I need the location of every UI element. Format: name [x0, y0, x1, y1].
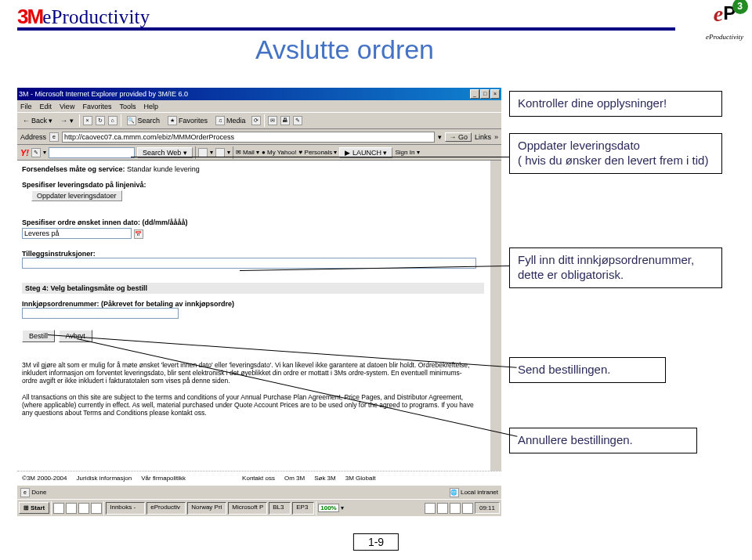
embedded-screenshot: 3M - Microsoft Internet Explorer provide… — [17, 88, 501, 505]
site-footer: ©3M 2000-2004 Juridisk informasjon Vår f… — [17, 471, 501, 485]
media-label: Media — [226, 117, 246, 125]
address-label: Address — [20, 133, 46, 141]
footer-link-about[interactable]: Om 3M — [284, 475, 305, 482]
status-done: Done — [31, 489, 46, 496]
task-app-4[interactable]: BL3 — [269, 502, 291, 515]
links-chevron-icon[interactable]: » — [494, 133, 498, 141]
windows-icon: ⊞ — [24, 504, 29, 511]
media-icon: ♫ — [215, 116, 225, 125]
yahoo-icon2[interactable] — [215, 148, 225, 157]
menu-tools[interactable]: Tools — [119, 103, 136, 110]
menu-help[interactable]: Help — [143, 103, 158, 110]
po-number-input[interactable] — [22, 308, 179, 319]
logo-eproductivity: eProductivity — [42, 6, 150, 28]
yahoo-icon1[interactable] — [198, 148, 208, 157]
media-button[interactable]: ♫Media — [213, 115, 248, 126]
go-label: Go — [458, 133, 468, 141]
footer-link-global[interactable]: 3M Globalt — [345, 475, 376, 482]
menu-view[interactable]: View — [60, 103, 74, 110]
maximize-button[interactable]: □ — [480, 89, 490, 99]
tray-icon-4[interactable] — [462, 503, 473, 514]
tray-clock[interactable]: 09:11 — [475, 502, 500, 514]
favorites-label: Favorites — [179, 117, 208, 125]
ep-badge: eP 3 — [703, 2, 747, 33]
tray-icon-1[interactable] — [425, 503, 436, 514]
search-button[interactable]: 🔍Search — [125, 115, 163, 126]
footer-link-legal[interactable]: Juridisk informasjon — [77, 475, 132, 482]
yahoo-personals-button[interactable]: ♥ Personals ▾ — [299, 149, 338, 156]
task-app-0[interactable]: Innboks - — [106, 502, 145, 515]
order-date-input[interactable] — [22, 228, 132, 239]
submit-order-button[interactable]: Bestill — [22, 330, 55, 342]
menu-edit[interactable]: Edit — [40, 103, 52, 110]
yahoo-signin-label: Sign In — [395, 149, 414, 156]
yahoo-sword-icon[interactable]: ✎ — [31, 148, 41, 157]
page-icon: e — [49, 132, 59, 142]
address-dropdown-icon[interactable]: ▾ — [438, 133, 442, 141]
menu-bar: File Edit View Favorites Tools Help — [17, 100, 501, 112]
yahoo-myyahoo-button[interactable]: ● My Yahoo! — [262, 149, 297, 156]
page-title-text: Avslutte ordren — [255, 34, 434, 64]
tray-icon-2[interactable] — [437, 503, 448, 514]
task-app-3[interactable]: Microsoft P — [228, 502, 267, 515]
menu-favorites[interactable]: Favorites — [82, 103, 111, 110]
calendar-icon[interactable]: 📅 — [134, 229, 143, 239]
shipping-label: Forsendelses måte og service: — [22, 165, 125, 173]
yahoo-search-input[interactable] — [49, 147, 135, 158]
task-app-2[interactable]: Norway Pri — [187, 502, 226, 515]
menu-file[interactable]: File — [20, 103, 32, 110]
task-app-1[interactable]: eProductiv — [146, 502, 186, 515]
tray-icon-3[interactable] — [450, 503, 461, 514]
update-dates-button[interactable]: Oppdater leveringsdatoer — [31, 190, 122, 201]
yahoo-mail-label: Mail — [243, 149, 255, 156]
po-number-label: Innkjøpsordrenummer: (Påkrevet for betal… — [22, 300, 486, 308]
history-icon[interactable]: ⟳ — [251, 116, 261, 125]
zone-icon: 🌐 — [450, 488, 459, 497]
stop-icon[interactable]: × — [83, 116, 92, 125]
logo-3m: 3M — [17, 5, 42, 29]
quick-icon-3[interactable] — [78, 503, 89, 514]
yahoo-mail-button[interactable]: ✉ Mail ▾ — [236, 149, 259, 156]
quick-icon-2[interactable] — [66, 503, 77, 514]
callout-check: Kontroller dine opplysninger! — [509, 91, 722, 117]
disclaimer-2: All transactions on this site are subjec… — [22, 393, 476, 417]
edit-icon[interactable]: ✎ — [293, 116, 302, 125]
home-icon[interactable]: ⌂ — [108, 116, 118, 125]
start-button[interactable]: ⊞Start — [19, 502, 49, 514]
links-label[interactable]: Links — [475, 133, 491, 141]
footer-link-contact[interactable]: Kontakt oss — [242, 475, 275, 482]
minimize-button[interactable]: _ — [470, 89, 479, 99]
footer-link-policy[interactable]: Vår firmapolitikk — [141, 475, 186, 482]
order-date-label: Spesifiser ordre ønsket innen dato: (dd/… — [22, 219, 486, 226]
spec-date-label: Spesifiser leveringsdato på linjenivå: — [22, 181, 486, 189]
yahoo-signin-button[interactable]: Sign In ▾ — [395, 149, 419, 156]
logo-left: 3M eProductivity — [0, 0, 150, 29]
footer-copyright: ©3M 2000-2004 — [22, 475, 67, 482]
windows-taskbar: ⊞Start Innboks - eProductiv Norway Pri M… — [17, 499, 501, 516]
address-input[interactable] — [62, 132, 435, 143]
scroll-up-button[interactable]: ▲ — [490, 161, 501, 172]
badge-e: e — [714, 2, 723, 26]
yahoo-logo-icon[interactable]: Y! — [20, 148, 29, 157]
header-rule — [17, 27, 675, 31]
quick-icon-4[interactable] — [91, 503, 102, 514]
badge-3: 3 — [732, 0, 748, 14]
refresh-icon[interactable]: ↻ — [96, 116, 105, 125]
print-icon[interactable]: 🖶 — [280, 116, 290, 125]
leader-date — [131, 157, 510, 157]
forward-button[interactable]: → ▾ — [58, 116, 76, 125]
favorites-button[interactable]: ★Favorites — [165, 115, 210, 126]
task-app-5[interactable]: EP3 — [292, 502, 314, 515]
extra-instructions-label: Tilleggsinstruksjoner: — [22, 250, 486, 258]
close-button[interactable]: × — [490, 89, 500, 99]
zoom-indicator[interactable]: 100% — [318, 504, 338, 512]
page-done-icon: e — [20, 488, 30, 497]
back-button[interactable]: ← Back ▾ — [20, 116, 55, 125]
yahoo-searchweb-label: Search Web — [143, 149, 181, 157]
callout-po: Fyll inn ditt innkjøpsordrenummer, dette… — [509, 247, 722, 288]
mail-icon[interactable]: ✉ — [268, 116, 277, 125]
go-button[interactable]: → Go — [445, 132, 472, 142]
quick-icon-1[interactable] — [53, 503, 64, 514]
footer-link-search[interactable]: Søk 3M — [314, 475, 336, 482]
disclaimer-1: 3M vil gjøre alt som er mulig for å møte… — [22, 361, 476, 385]
